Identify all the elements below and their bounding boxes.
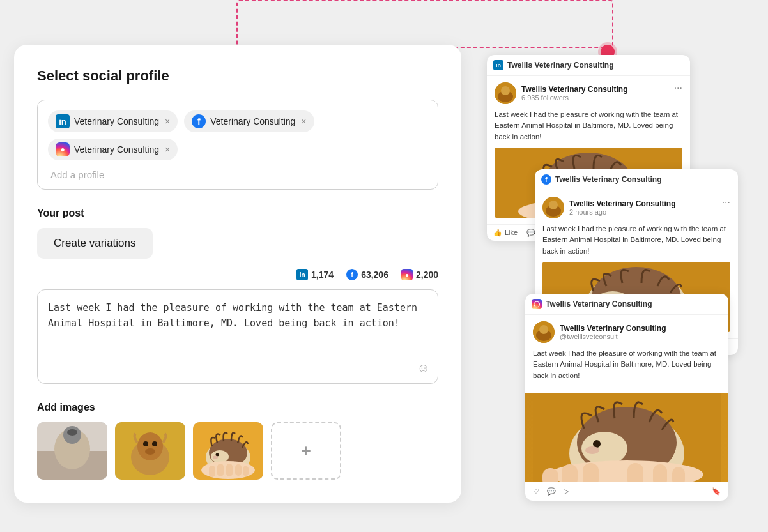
linkedin-like-label: Like	[505, 229, 518, 236]
emoji-button[interactable]: ☺	[417, 361, 430, 376]
instagram-preview: ◯ Twellis Veterinary Consulting	[525, 294, 728, 501]
instagram-share-button[interactable]: ▷	[564, 487, 569, 496]
svg-point-17	[213, 456, 218, 459]
instagram-avatar	[533, 321, 555, 343]
panel-title: Select social profile	[37, 68, 438, 84]
facebook-count-value: 63,206	[361, 270, 388, 280]
facebook-count: f 63,206	[346, 269, 388, 280]
svg-rect-55	[583, 463, 599, 482]
facebook-author-row: Twellis Veterinary Consulting 2 hours ag…	[542, 197, 730, 218]
instagram-count-value: 2,200	[416, 270, 438, 280]
svg-rect-19	[209, 466, 215, 477]
svg-rect-53	[542, 468, 558, 482]
thumbs-up-icon: 👍	[493, 229, 502, 237]
svg-point-4	[67, 429, 77, 436]
profile-tag-facebook: f Veterinary Consulting ×	[184, 110, 314, 132]
instagram-save-button[interactable]: 🔖	[712, 487, 721, 496]
counts-row: in 1,174 f 63,206 ● 2,200	[37, 269, 438, 280]
remove-instagram-button[interactable]: ×	[165, 145, 170, 154]
instagram-preview-header: ◯ Twellis Veterinary Consulting	[525, 294, 728, 315]
svg-rect-20	[217, 464, 224, 476]
add-images-label: Add images	[37, 402, 438, 413]
svg-point-8	[137, 432, 163, 460]
linkedin-post-text: Last week I had the pleasure of working …	[495, 109, 682, 142]
svg-rect-54	[562, 464, 578, 482]
linkedin-like-button[interactable]: 👍 Like	[493, 229, 518, 237]
facebook-author-text: Twellis Veterinary Consulting 2 hours ag…	[569, 199, 675, 216]
linkedin-preview-header: in Twellis Veterinary Consulting	[487, 55, 690, 76]
svg-rect-56	[627, 463, 643, 482]
linkedin-count-value: 1,174	[311, 270, 334, 280]
facebook-count-icon: f	[346, 269, 358, 280]
svg-rect-22	[235, 464, 242, 476]
create-variations-button[interactable]: Create variations	[37, 228, 153, 259]
linkedin-header-name: Twellis Veterinary Consulting	[507, 61, 613, 70]
facebook-post-text: Last week I had the pleasure of working …	[542, 224, 730, 257]
svg-point-36	[549, 201, 558, 209]
instagram-comment-button[interactable]: 💬	[547, 487, 556, 496]
instagram-count: ● 2,200	[401, 269, 438, 280]
post-textarea[interactable]: Last week I had the pleasure of working …	[48, 300, 427, 370]
instagram-author-meta: @twellisvetconsult	[560, 333, 666, 340]
linkedin-label: Veterinary Consulting	[74, 116, 159, 126]
right-panel: in Twellis Veterinary Consulting	[487, 45, 762, 524]
facebook-author-info: Twellis Veterinary Consulting 2 hours ag…	[542, 197, 675, 218]
instagram-count-icon: ●	[401, 269, 413, 280]
svg-rect-23	[243, 466, 249, 476]
image-thumb-2[interactable]	[115, 422, 185, 480]
instagram-author-name: Twellis Veterinary Consulting	[560, 324, 666, 333]
linkedin-author-name: Twellis Veterinary Consulting	[521, 85, 627, 94]
instagram-post-image	[525, 393, 728, 482]
facebook-more-button[interactable]: ···	[722, 197, 730, 208]
svg-point-11	[145, 448, 155, 455]
svg-point-45	[539, 325, 548, 334]
linkedin-avatar	[495, 82, 516, 104]
linkedin-author-meta: 6,935 followers	[521, 94, 627, 102]
profile-tag-linkedin: in Veterinary Consulting ×	[48, 110, 178, 132]
linkedin-more-button[interactable]: ···	[674, 82, 682, 94]
instagram-label: Veterinary Consulting	[74, 144, 159, 155]
facebook-preview-header: f Twellis Veterinary Consulting	[535, 169, 738, 190]
instagram-left-actions: ♡ 💬 ▷	[533, 487, 569, 496]
instagram-header-name: Twellis Veterinary Consulting	[546, 300, 652, 308]
left-panel: Select social profile in Veterinary Cons…	[14, 45, 461, 503]
profile-selector: in Veterinary Consulting × f Veterinary …	[37, 100, 438, 190]
svg-point-26	[501, 86, 510, 95]
facebook-icon: f	[192, 114, 206, 128]
svg-rect-58	[672, 467, 685, 482]
instagram-author-info: Twellis Veterinary Consulting @twellisve…	[533, 321, 666, 343]
facebook-author-meta: 2 hours ago	[569, 208, 675, 216]
image-thumb-3[interactable]	[193, 422, 263, 480]
add-image-button[interactable]: +	[271, 422, 341, 480]
linkedin-icon: in	[56, 114, 70, 128]
instagram-author-text: Twellis Veterinary Consulting @twellisve…	[560, 324, 666, 340]
svg-rect-21	[226, 464, 233, 476]
image-thumb-1[interactable]	[37, 422, 107, 480]
your-post-label: Your post	[37, 208, 438, 219]
linkedin-author-info: Twellis Veterinary Consulting 6,935 foll…	[495, 82, 627, 104]
linkedin-author-text: Twellis Veterinary Consulting 6,935 foll…	[521, 85, 627, 102]
linkedin-author-row: Twellis Veterinary Consulting 6,935 foll…	[495, 82, 682, 104]
linkedin-count: in 1,174	[296, 269, 334, 280]
instagram-actions: ♡ 💬 ▷ 🔖	[525, 482, 728, 501]
images-row: +	[37, 422, 438, 480]
svg-rect-57	[653, 464, 667, 482]
post-textarea-wrapper: Last week I had the pleasure of working …	[37, 289, 438, 384]
instagram-like-button[interactable]: ♡	[533, 487, 539, 496]
facebook-header-icon: f	[541, 174, 551, 185]
add-profile-field[interactable]: Add a profile	[48, 167, 427, 183]
linkedin-count-icon: in	[296, 269, 308, 280]
profile-tag-instagram: ● Veterinary Consulting ×	[48, 139, 178, 160]
remove-linkedin-button[interactable]: ×	[165, 117, 170, 126]
instagram-preview-body: Twellis Veterinary Consulting @twellisve…	[525, 315, 728, 393]
dashed-outline	[236, 0, 613, 48]
facebook-avatar	[542, 197, 564, 218]
profile-tags-row: in Veterinary Consulting × f Veterinary …	[48, 110, 427, 132]
remove-facebook-button[interactable]: ×	[301, 117, 306, 126]
svg-point-51	[585, 446, 599, 454]
svg-rect-5	[66, 448, 79, 464]
svg-point-9	[143, 441, 148, 446]
facebook-author-name: Twellis Veterinary Consulting	[569, 199, 675, 208]
facebook-label: Veterinary Consulting	[210, 116, 295, 126]
page-background: Select social profile in Veterinary Cons…	[0, 0, 768, 532]
